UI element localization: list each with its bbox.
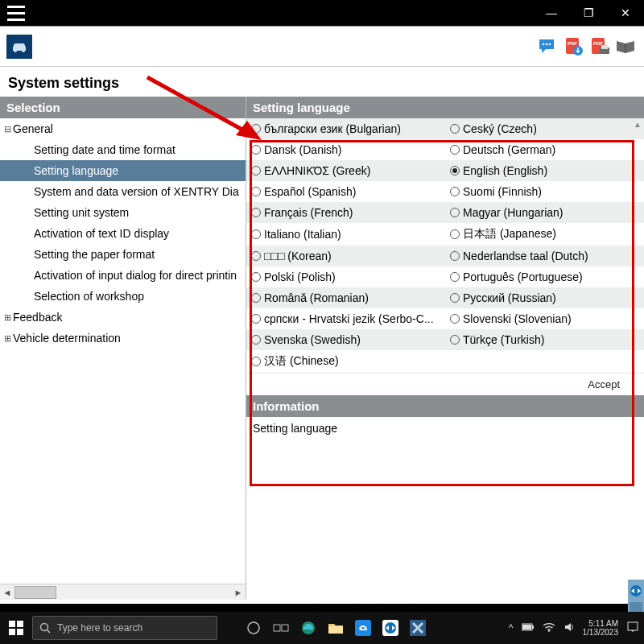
radio-icon[interactable] bbox=[450, 335, 460, 345]
radio-icon[interactable] bbox=[251, 357, 261, 366]
tree-item[interactable]: ⊟General bbox=[0, 118, 246, 139]
edge-icon[interactable] bbox=[296, 616, 320, 640]
search-icon bbox=[39, 622, 51, 634]
language-option[interactable]: Nederlandse taal (Dutch) bbox=[445, 246, 644, 266]
language-option[interactable]: Italiano (Italian) bbox=[246, 223, 445, 246]
language-option[interactable]: Polski (Polish) bbox=[246, 266, 445, 287]
radio-icon[interactable] bbox=[450, 314, 460, 324]
radio-icon[interactable] bbox=[450, 145, 460, 155]
language-option[interactable]: Deutsch (German) bbox=[445, 139, 644, 160]
pdf-download-icon[interactable]: PDF bbox=[562, 35, 586, 59]
language-option[interactable]: Dansk (Danish) bbox=[246, 139, 445, 160]
language-option[interactable]: Español (Spanish) bbox=[246, 181, 445, 202]
accept-button[interactable]: Accept bbox=[580, 376, 628, 393]
language-option[interactable]: □□□ (Korean) bbox=[246, 246, 445, 266]
tree-item[interactable]: ⊞Feedback bbox=[0, 307, 246, 328]
language-option[interactable]: Français (French) bbox=[246, 202, 445, 223]
pdf-print-icon[interactable]: PDF bbox=[588, 35, 612, 59]
language-option[interactable]: български език (Bulgarian) bbox=[246, 118, 445, 139]
scroll-thumb[interactable] bbox=[14, 584, 231, 600]
scroll-up-icon[interactable]: ▲ bbox=[633, 120, 642, 131]
tray-wifi-icon[interactable] bbox=[543, 622, 555, 634]
tray-battery-icon[interactable] bbox=[522, 622, 535, 634]
language-option[interactable]: Română (Romanian) bbox=[246, 287, 445, 308]
radio-icon[interactable] bbox=[450, 229, 460, 239]
radio-icon[interactable] bbox=[251, 251, 261, 261]
tree-item[interactable]: Setting date and time format bbox=[0, 139, 246, 160]
radio-icon[interactable] bbox=[450, 272, 460, 282]
language-option[interactable]: Slovenski (Slovenian) bbox=[445, 308, 644, 329]
file-explorer-icon[interactable] bbox=[324, 616, 348, 640]
svg-point-0 bbox=[14, 49, 17, 52]
svg-rect-25 bbox=[282, 625, 288, 631]
radio-icon[interactable] bbox=[450, 251, 460, 261]
settings-tree[interactable]: ⊟GeneralSetting date and time formatSett… bbox=[0, 118, 246, 351]
tray-volume-icon[interactable] bbox=[564, 621, 575, 635]
radio-icon[interactable] bbox=[251, 229, 261, 239]
language-option[interactable]: Русский (Russian) bbox=[445, 287, 644, 308]
radio-icon[interactable] bbox=[450, 124, 460, 134]
search-input[interactable]: Type here to search bbox=[32, 616, 217, 640]
language-option[interactable]: српски - Hrvatski jezik (Serbo-C... bbox=[246, 308, 445, 329]
scroll-right-icon[interactable]: ► bbox=[231, 588, 246, 597]
tree-item[interactable]: Activation of text ID display bbox=[0, 223, 246, 244]
radio-icon[interactable] bbox=[251, 145, 261, 155]
ie-icon[interactable] bbox=[351, 616, 375, 640]
radio-icon[interactable] bbox=[450, 166, 460, 175]
tree-item[interactable]: Selection of workshop bbox=[0, 286, 246, 307]
language-option[interactable]: 汉语 (Chinese) bbox=[246, 350, 445, 373]
scroll-left-icon[interactable]: ◄ bbox=[0, 588, 14, 597]
radio-icon[interactable] bbox=[251, 124, 261, 134]
task-view-icon[interactable] bbox=[269, 616, 293, 640]
maximize-button[interactable]: ❐ bbox=[570, 0, 607, 26]
radio-icon[interactable] bbox=[450, 293, 460, 303]
expander-icon[interactable]: ⊟ bbox=[2, 124, 13, 134]
tray-overflow-icon[interactable]: ^ bbox=[509, 622, 514, 634]
language-option[interactable]: 日本語 (Japanese) bbox=[445, 223, 644, 246]
language-option[interactable]: Ceský (Czech) bbox=[445, 118, 644, 139]
language-row: Română (Romanian)Русский (Russian) bbox=[246, 287, 644, 308]
radio-icon[interactable] bbox=[251, 187, 261, 196]
tree-item[interactable]: Setting unit system bbox=[0, 202, 246, 223]
radio-icon[interactable] bbox=[251, 335, 261, 345]
horizontal-scrollbar[interactable]: ◄ ► bbox=[0, 584, 246, 600]
chat-icon[interactable] bbox=[536, 35, 560, 59]
radio-icon[interactable] bbox=[251, 314, 261, 324]
tree-item[interactable]: Setting the paper format bbox=[0, 244, 246, 265]
vehicle-button[interactable] bbox=[6, 35, 32, 59]
taskbar-apps bbox=[242, 616, 430, 640]
radio-icon[interactable] bbox=[251, 293, 261, 303]
radio-icon[interactable] bbox=[251, 272, 261, 282]
notifications-icon[interactable] bbox=[626, 621, 639, 636]
minimize-button[interactable]: — bbox=[533, 0, 570, 26]
language-option[interactable]: Magyar (Hungarian) bbox=[445, 202, 644, 223]
language-option[interactable]: ΕΛΛΗΝΙΚΌΣ (Greek) bbox=[246, 160, 445, 181]
tree-item[interactable]: Setting language bbox=[0, 160, 246, 181]
expander-icon[interactable]: ⊞ bbox=[2, 312, 13, 323]
teamviewer-icon[interactable] bbox=[378, 616, 402, 640]
radio-icon[interactable] bbox=[251, 208, 261, 217]
radio-icon[interactable] bbox=[450, 208, 460, 217]
language-row: Svenska (Swedish)Türkçe (Turkish) bbox=[246, 329, 644, 350]
language-option[interactable]: Português (Portuguese) bbox=[445, 266, 644, 287]
language-option[interactable]: Suomi (Finnish) bbox=[445, 181, 644, 202]
tree-item[interactable]: ⊞Vehicle determination bbox=[0, 328, 246, 349]
tree-item[interactable]: Activation of input dialog for direct pr… bbox=[0, 265, 246, 286]
close-button[interactable]: ✕ bbox=[607, 0, 644, 26]
cortana-icon[interactable] bbox=[242, 616, 266, 640]
book-icon[interactable] bbox=[613, 35, 638, 59]
radio-icon[interactable] bbox=[251, 166, 261, 175]
hamburger-menu-button[interactable] bbox=[0, 0, 32, 26]
language-option[interactable]: English (English) bbox=[445, 160, 644, 181]
tree-item[interactable]: System and data version of XENTRY Dia bbox=[0, 181, 246, 202]
language-option[interactable]: Svenska (Swedish) bbox=[246, 329, 445, 350]
svg-point-35 bbox=[548, 630, 550, 632]
xentry-icon[interactable] bbox=[406, 616, 430, 640]
svg-line-22 bbox=[47, 630, 51, 634]
expander-icon[interactable]: ⊞ bbox=[2, 333, 13, 344]
clock-time: 5:11 AM bbox=[583, 619, 619, 628]
start-button[interactable] bbox=[0, 612, 32, 644]
language-option[interactable]: Türkçe (Turkish) bbox=[445, 329, 644, 350]
radio-icon[interactable] bbox=[450, 187, 460, 196]
clock[interactable]: 5:11 AM 1/13/2023 bbox=[583, 619, 619, 637]
